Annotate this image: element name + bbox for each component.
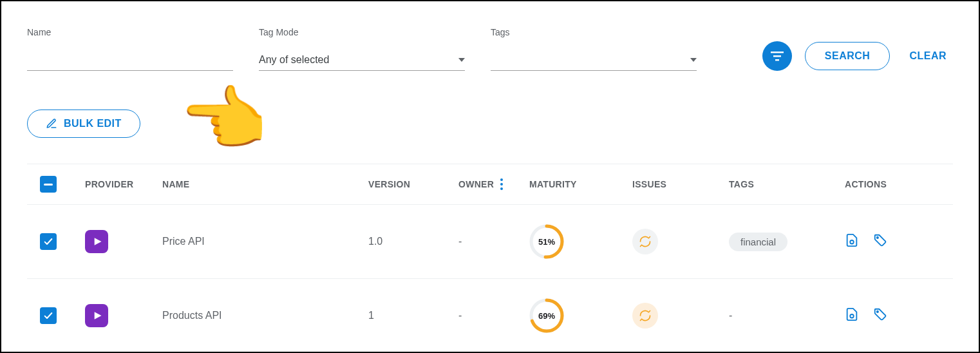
provider-logo (85, 230, 108, 253)
svg-point-9 (850, 314, 854, 318)
tags-filter-field: Tags (491, 27, 697, 71)
view-details-icon[interactable] (845, 307, 859, 324)
tag-mode-field: Tag Mode Any of selected (259, 27, 465, 71)
row-name: Products API (162, 310, 368, 321)
row-actions (845, 307, 953, 324)
search-button[interactable]: SEARCH (805, 42, 890, 70)
chevron-down-icon (690, 58, 697, 62)
svg-point-6 (877, 237, 878, 238)
tag-pill: financial (729, 233, 787, 251)
maturity-value: 51% (538, 237, 555, 247)
tag-mode-value: Any of selected (259, 54, 329, 66)
pointing-hand-icon: 👉 (182, 84, 270, 155)
bulk-edit-button[interactable]: BULK EDIT (27, 110, 140, 138)
row-checkbox[interactable] (40, 233, 57, 250)
table-row: Products API1-69%- (27, 279, 953, 353)
table-header: PROVIDER NAME VERSION OWNER MATURITY ISS… (27, 164, 953, 205)
svg-rect-0 (771, 52, 784, 53)
tags-filter-label: Tags (491, 27, 697, 37)
th-maturity: MATURITY (529, 179, 632, 189)
issues-sync-icon[interactable] (632, 229, 658, 254)
row-checkbox[interactable] (40, 307, 57, 324)
tag-icon[interactable] (873, 233, 887, 250)
th-owner-label: OWNER (458, 179, 494, 189)
bulk-row: BULK EDIT 👉 (27, 110, 953, 138)
view-details-icon[interactable] (845, 233, 859, 250)
svg-rect-2 (775, 59, 779, 61)
svg-point-5 (850, 240, 854, 244)
tag-icon[interactable] (873, 307, 887, 324)
th-name: NAME (162, 179, 368, 189)
maturity-value: 69% (538, 311, 555, 321)
row-version: 1.0 (368, 236, 458, 247)
row-owner: - (458, 310, 529, 321)
issues-sync-icon[interactable] (632, 303, 658, 329)
row-actions (845, 233, 953, 250)
filter-actions: SEARCH CLEAR (762, 41, 953, 71)
pencil-icon (46, 118, 57, 129)
th-tags: TAGS (729, 179, 845, 189)
svg-point-10 (877, 311, 878, 312)
name-filter-field: Name (27, 27, 233, 71)
row-owner: - (458, 236, 529, 247)
bulk-edit-label: BULK EDIT (64, 118, 122, 129)
column-options-icon[interactable] (500, 178, 503, 190)
row-version: 1 (368, 310, 458, 321)
th-owner: OWNER (458, 178, 529, 190)
row-name: Price API (162, 236, 368, 247)
filter-icon (771, 51, 784, 61)
th-issues: ISSUES (632, 179, 729, 189)
svg-rect-1 (773, 55, 781, 57)
name-filter-label: Name (27, 27, 233, 37)
th-version: VERSION (368, 179, 458, 189)
advanced-filter-button[interactable] (762, 41, 792, 71)
select-all-checkbox[interactable] (40, 176, 57, 193)
chevron-down-icon (458, 58, 465, 62)
row-tags: - (729, 310, 845, 321)
maturity-ring: 51% (529, 224, 564, 259)
tags-filter-select[interactable] (491, 49, 697, 71)
clear-button[interactable]: CLEAR (903, 43, 953, 70)
th-provider: PROVIDER (85, 179, 162, 189)
tag-mode-label: Tag Mode (259, 27, 465, 37)
provider-logo (85, 304, 108, 327)
row-tags: financial (729, 233, 845, 251)
maturity-ring: 69% (529, 298, 564, 333)
api-table: PROVIDER NAME VERSION OWNER MATURITY ISS… (27, 164, 953, 353)
tag-mode-select[interactable]: Any of selected (259, 49, 465, 71)
filter-bar: Name Tag Mode Any of selected Tags SEARC… (27, 27, 953, 71)
name-filter-input[interactable] (27, 49, 233, 71)
table-body: Price API1.0-51%financialProducts API1-6… (27, 205, 953, 353)
th-actions: ACTIONS (845, 179, 953, 189)
table-row: Price API1.0-51%financial (27, 205, 953, 279)
